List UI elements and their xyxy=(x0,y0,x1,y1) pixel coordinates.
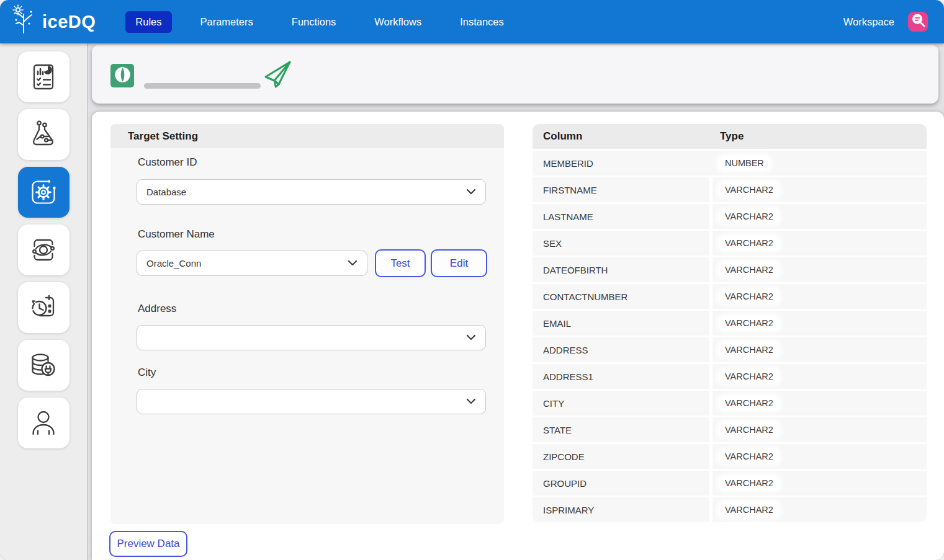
main-area: Target Setting Customer ID Database Cust… xyxy=(88,43,944,560)
address-label: Address xyxy=(138,303,176,315)
city-label: City xyxy=(138,367,156,379)
database-plug-icon xyxy=(29,350,58,380)
column-type-cell: VARCHAR2 xyxy=(712,417,927,442)
sidebar-item-users[interactable] xyxy=(18,398,70,448)
table-row: ISPRIMARY VARCHAR2 xyxy=(533,497,927,522)
user-icon xyxy=(29,408,58,438)
column-name-cell: EMAIL xyxy=(533,311,709,336)
search-notes-icon xyxy=(909,11,927,32)
nav-item-rules[interactable]: Rules xyxy=(125,11,171,33)
column-name-cell: SEX xyxy=(533,231,709,256)
paper-plane-icon[interactable] xyxy=(262,60,292,92)
top-right-area: Workspace xyxy=(843,12,944,32)
gear-circuit-icon xyxy=(29,177,58,207)
customer-id-label: Customer ID xyxy=(138,156,197,169)
type-value: VARCHAR2 xyxy=(719,370,780,383)
type-value: VARCHAR2 xyxy=(719,236,780,250)
flask-icon xyxy=(29,120,58,149)
type-value: VARCHAR2 xyxy=(719,210,780,223)
column-type-cell: VARCHAR2 xyxy=(712,284,927,309)
column-name-cell: FIRSTNAME xyxy=(533,177,709,202)
table-row: CITY VARCHAR2 xyxy=(533,391,927,416)
main-nav: Rules Parameters Functions Workflows Ins… xyxy=(125,11,513,33)
app-window: iceDQ Rules Parameters Functions Workflo… xyxy=(0,0,944,560)
customer-name-select[interactable]: Oracle_Conn xyxy=(137,251,367,276)
sidebar-item-review[interactable] xyxy=(18,224,70,275)
target-setting-card: Target Setting Customer ID Database Cust… xyxy=(110,124,504,524)
sidebar-item-rules-lab[interactable] xyxy=(18,109,70,160)
column-name-cell: DATEOFBIRTH xyxy=(533,257,709,282)
column-type-cell: NUMBER xyxy=(712,151,927,176)
column-type-cell: VARCHAR2 xyxy=(712,231,927,256)
column-header: Column xyxy=(533,130,709,143)
nav-item-workflows[interactable]: Workflows xyxy=(364,11,431,33)
brand: iceDQ xyxy=(10,4,96,39)
nav-item-functions[interactable]: Functions xyxy=(282,11,346,33)
table-row: STATE VARCHAR2 xyxy=(533,417,927,442)
type-value: VARCHAR2 xyxy=(719,450,780,463)
column-name-cell: LASTNAME xyxy=(533,204,709,229)
type-value: VARCHAR2 xyxy=(719,396,780,410)
customer-id-value: Database xyxy=(146,187,186,197)
address-select[interactable] xyxy=(137,325,486,350)
eye-sync-icon xyxy=(29,235,58,265)
type-value: VARCHAR2 xyxy=(719,263,780,277)
city-select[interactable] xyxy=(137,389,486,414)
type-value: VARCHAR2 xyxy=(719,343,780,357)
icedq-logo-icon xyxy=(10,4,38,39)
type-value: NUMBER xyxy=(719,156,770,170)
nav-item-parameters[interactable]: Parameters xyxy=(191,11,263,33)
rule-flow-bar xyxy=(92,45,938,104)
profile-button[interactable] xyxy=(908,12,928,32)
chevron-down-icon xyxy=(348,258,357,269)
table-row: ZIPCODE VARCHAR2 xyxy=(533,444,927,469)
table-row: FIRSTNAME VARCHAR2 xyxy=(533,177,927,202)
type-value: VARCHAR2 xyxy=(719,503,780,517)
table-row: LASTNAME VARCHAR2 xyxy=(533,204,927,229)
table-row: ADDRESS VARCHAR2 xyxy=(533,337,927,362)
column-name-cell: CITY xyxy=(533,391,709,416)
column-type-cell: VARCHAR2 xyxy=(712,204,927,229)
brand-name: iceDQ xyxy=(42,12,96,32)
type-value: VARCHAR2 xyxy=(719,423,780,437)
sidebar-item-reports[interactable] xyxy=(18,51,70,102)
customer-id-select[interactable]: Database xyxy=(137,179,486,205)
column-type-cell: VARCHAR2 xyxy=(712,444,927,469)
table-row: ADDRESS1 VARCHAR2 xyxy=(533,364,927,389)
flow-connector-line xyxy=(144,83,261,89)
column-name-cell: GROUPID xyxy=(533,471,709,496)
test-connection-button[interactable]: Test xyxy=(375,249,426,277)
table-row: EMAIL VARCHAR2 xyxy=(533,311,927,336)
column-name-cell: ADDRESS xyxy=(533,337,709,362)
column-type-cell: VARCHAR2 xyxy=(712,177,927,202)
type-value: VARCHAR2 xyxy=(719,290,780,303)
sidebar-item-connections[interactable] xyxy=(18,340,70,391)
content-panel: Target Setting Customer ID Database Cust… xyxy=(92,112,944,560)
chevron-down-icon xyxy=(466,187,476,197)
nav-item-instances[interactable]: Instances xyxy=(450,11,514,33)
column-name-cell: CONTACTNUMBER xyxy=(533,284,709,309)
target-setting-title: Target Setting xyxy=(110,124,504,148)
sidebar-item-schedule[interactable] xyxy=(18,282,70,333)
chevron-down-icon xyxy=(466,396,476,407)
chevron-down-icon xyxy=(466,332,476,343)
type-value: VARCHAR2 xyxy=(719,183,780,197)
preview-data-button[interactable]: Preview Data xyxy=(109,531,187,557)
schema-table-body: MEMBERID NUMBER FIRSTNAME VARCHAR2 LASTN… xyxy=(533,151,927,522)
table-row: SEX VARCHAR2 xyxy=(533,231,927,256)
type-value: VARCHAR2 xyxy=(719,316,780,330)
schema-table: Column Type MEMBERID NUMBER FIRSTNAME VA… xyxy=(533,124,927,522)
oracle-o-icon xyxy=(114,66,131,86)
column-name-cell: STATE xyxy=(533,417,709,442)
workspace-menu[interactable]: Workspace xyxy=(843,16,894,28)
top-nav-bar: iceDQ Rules Parameters Functions Workflo… xyxy=(0,0,944,43)
sidebar-item-settings[interactable] xyxy=(18,167,70,218)
report-icon xyxy=(29,62,58,92)
sidebar xyxy=(0,43,88,560)
column-name-cell: MEMBERID xyxy=(533,151,712,176)
column-type-cell: VARCHAR2 xyxy=(712,337,927,362)
table-row: CONTACTNUMBER VARCHAR2 xyxy=(533,284,927,309)
edit-connection-button[interactable]: Edit xyxy=(431,249,487,277)
type-header: Type xyxy=(709,130,744,143)
column-name-cell: ISPRIMARY xyxy=(533,497,709,522)
